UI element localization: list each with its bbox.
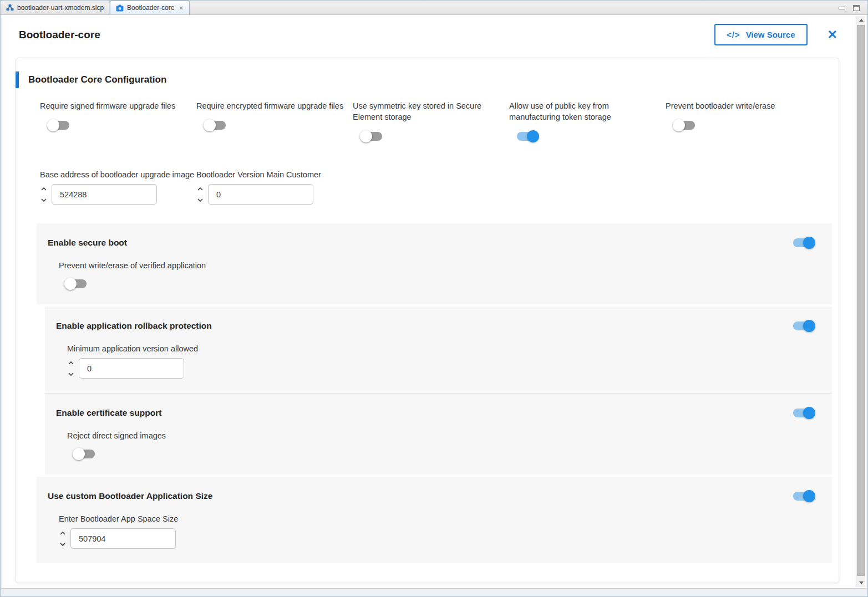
tab-bootloader-uart-xmodem[interactable]: bootloader-uart-xmodem.slcp	[1, 1, 110, 14]
public-key-toggle[interactable]	[516, 130, 539, 142]
minimize-icon[interactable]	[839, 7, 845, 9]
certificate-support-toggle[interactable]	[793, 407, 815, 419]
require-encrypted-toggle[interactable]	[204, 119, 226, 131]
increment-icon[interactable]	[59, 530, 67, 537]
decrement-icon[interactable]	[67, 371, 75, 377]
top-toggle-row: Require signed firmware upgrade files Re…	[40, 100, 833, 142]
feature-groups: Enable secure boot Prevent write/erase o…	[16, 223, 839, 563]
stepper	[67, 360, 75, 377]
toggle-label: Use symmetric key stored in Secure Eleme…	[353, 100, 504, 123]
section-accent-bar	[16, 72, 19, 88]
reject-direct-signed-toggle[interactable]	[73, 448, 95, 460]
tab-close-icon[interactable]: ✕	[179, 5, 183, 11]
prevent-write-erase-toggle[interactable]	[673, 119, 696, 131]
base-address-field: Base address of bootloader upgrade image	[40, 170, 196, 205]
toggle-label: Require signed firmware upgrade files	[40, 100, 175, 111]
toggle-label: Require encrypted firmware upgrade files	[196, 100, 343, 111]
stepper	[40, 186, 48, 203]
increment-icon[interactable]	[67, 360, 75, 366]
toggle-label: Prevent bootloader write/erase	[666, 100, 775, 111]
decrement-icon[interactable]	[59, 541, 67, 548]
section-title: Bootloader Core Configuration	[28, 74, 166, 85]
min-app-version-input[interactable]	[79, 358, 184, 379]
decrement-icon[interactable]	[40, 197, 48, 203]
view-source-label: View Source	[746, 30, 795, 39]
config-card: Bootloader Core Configuration Require si…	[16, 58, 839, 583]
child-label: Reject direct signed images	[67, 431, 815, 440]
group-title: Enable application rollback protection	[56, 321, 212, 331]
close-icon[interactable]: ✕	[828, 29, 837, 41]
window-controls	[839, 5, 867, 14]
child-label: Minimum application version allowed	[67, 344, 815, 353]
group-custom-app-size: Use custom Bootloader Application Size E…	[37, 477, 832, 563]
app-window: bootloader-uart-xmodem.slcp Bootloader-c…	[0, 0, 868, 597]
field-label: Base address of bootloader upgrade image	[40, 170, 196, 179]
child-label: Prevent write/erase of verified applicat…	[59, 261, 815, 270]
view-source-button[interactable]: </> View Source	[714, 24, 808, 45]
field-label: Bootloader Version Main Customer	[196, 170, 353, 179]
custom-app-size-toggle[interactable]	[793, 490, 815, 502]
tab-bootloader-core[interactable]: Bootloader-core ✕	[110, 1, 190, 14]
tab-label: bootloader-uart-xmodem.slcp	[17, 4, 104, 12]
group-title: Enable certificate support	[56, 408, 161, 418]
page-title: Bootloader-core	[19, 29, 100, 41]
section-header: Bootloader Core Configuration	[16, 72, 839, 88]
stepper	[59, 530, 67, 548]
version-main-customer-field: Bootloader Version Main Customer	[196, 170, 353, 205]
project-nodes-icon	[6, 4, 14, 11]
child-label: Enter Bootloader App Space Size	[59, 514, 815, 523]
page-header: Bootloader-core </> View Source ✕	[2, 15, 854, 53]
code-icon: </>	[727, 30, 740, 39]
config-tool-icon	[116, 4, 124, 12]
secure-boot-toggle[interactable]	[793, 237, 815, 249]
prevent-verified-write-erase-toggle[interactable]	[64, 278, 87, 290]
app-space-size-input[interactable]	[70, 528, 176, 549]
scroll-up-icon[interactable]	[856, 16, 866, 24]
group-enable-secure-boot: Enable secure boot Prevent write/erase o…	[37, 223, 832, 304]
group-rollback-protection: Enable application rollback protection M…	[45, 307, 832, 394]
rollback-protection-toggle[interactable]	[793, 320, 815, 332]
editor-area: Bootloader-core </> View Source ✕ Bootlo…	[2, 15, 866, 589]
toggle-cell-prevent-write-erase: Prevent bootloader write/erase	[666, 100, 822, 142]
toggle-cell-require-signed: Require signed firmware upgrade files	[40, 100, 196, 142]
increment-icon[interactable]	[196, 186, 204, 192]
stepper	[196, 186, 204, 203]
maximize-icon[interactable]	[853, 5, 860, 11]
toggle-label: Allow use of public key from manufacturi…	[509, 100, 660, 123]
group-title: Use custom Bootloader Application Size	[48, 491, 212, 501]
tab-label: Bootloader-core	[127, 4, 174, 12]
toggle-cell-symmetric-key: Use symmetric key stored in Secure Eleme…	[353, 100, 509, 142]
vertical-scrollbar	[856, 16, 865, 587]
require-signed-toggle[interactable]	[47, 119, 70, 131]
decrement-icon[interactable]	[196, 197, 204, 203]
group-title: Enable secure boot	[48, 238, 127, 248]
increment-icon[interactable]	[40, 186, 48, 192]
editor-tab-bar: bootloader-uart-xmodem.slcp Bootloader-c…	[1, 1, 867, 15]
number-fields-row: Base address of bootloader upgrade image…	[40, 170, 833, 205]
scrollbar-thumb[interactable]	[857, 25, 865, 576]
toggle-cell-require-encrypted: Require encrypted firmware upgrade files	[196, 100, 353, 142]
scroll-down-icon[interactable]	[856, 579, 866, 587]
version-main-customer-input[interactable]	[208, 184, 313, 205]
base-address-input[interactable]	[52, 184, 157, 205]
symmetric-key-toggle[interactable]	[360, 130, 383, 142]
toggle-cell-public-key: Allow use of public key from manufacturi…	[509, 100, 666, 142]
group-certificate-support: Enable certificate support Reject direct…	[45, 394, 832, 474]
